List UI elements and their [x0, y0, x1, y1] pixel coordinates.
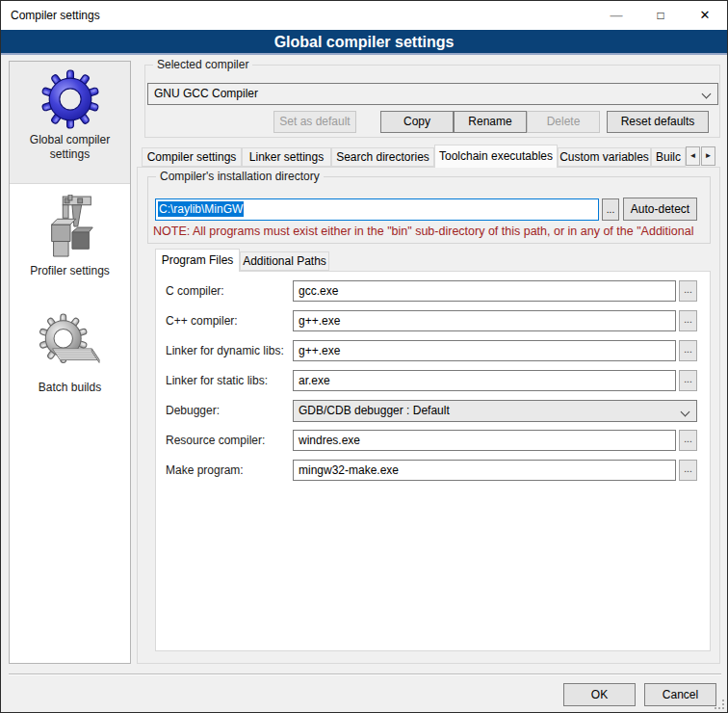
ellipsis-icon: ...	[684, 463, 691, 474]
cancel-label: Cancel	[663, 688, 698, 701]
tab-linker-settings[interactable]: Linker settings	[242, 147, 331, 167]
sidebar-item-label: Profiler settings	[10, 262, 130, 284]
c-compiler-value: gcc.exe	[299, 284, 338, 298]
minimize-button[interactable]: —	[594, 1, 638, 30]
maximize-button[interactable]: □	[638, 1, 683, 30]
subtab-label: Program Files	[162, 253, 234, 267]
debugger-select[interactable]: GDB/CDB debugger : Default	[293, 400, 697, 422]
gray-gear-stack-icon	[39, 313, 101, 377]
sidebar-item-label: Global compiler settings	[10, 131, 130, 168]
ellipsis-icon: ...	[684, 374, 691, 384]
arrow-left-icon: ◄	[689, 151, 697, 160]
chevron-down-icon	[681, 408, 690, 417]
cancel-button[interactable]: Cancel	[644, 683, 716, 706]
sidebar-item-label: Batch builds	[10, 379, 130, 401]
linker-static-label: Linker for static libs:	[166, 370, 268, 391]
close-button[interactable]: ✕	[683, 1, 727, 30]
sidebar-item-batch-builds[interactable]: Batch builds	[10, 305, 130, 402]
cpp-compiler-value: g++.exe	[299, 314, 340, 328]
page-title: Global compiler settings	[274, 34, 455, 50]
set-as-default-button[interactable]: Set as default	[273, 111, 356, 133]
reset-defaults-button[interactable]: Reset defaults	[607, 111, 709, 133]
arrow-right-icon: ►	[705, 151, 713, 160]
auto-detect-label: Auto-detect	[631, 202, 689, 216]
debugger-value: GDB/CDB debugger : Default	[299, 404, 450, 417]
close-icon: ✕	[700, 8, 711, 22]
tab-toolchain-executables[interactable]: Toolchain executables	[434, 145, 558, 168]
minimize-icon: —	[611, 8, 623, 22]
selected-compiler-group-label: Selected compiler	[153, 58, 252, 71]
linker-static-input[interactable]: ar.exe	[293, 370, 676, 391]
tab-label: Builc	[656, 150, 681, 164]
dialog-header: Global compiler settings	[1, 30, 727, 55]
tab-label: Search directories	[336, 150, 429, 164]
tab-label: Toolchain executables	[439, 149, 553, 163]
sidebar-item-profiler-settings[interactable]: Profiler settings	[10, 187, 130, 288]
resize-grip[interactable]	[715, 700, 724, 709]
c-compiler-label: C compiler:	[166, 280, 224, 302]
subtab-additional-paths[interactable]: Additional Paths	[240, 251, 329, 271]
linker-dynamic-input[interactable]: g++.exe	[293, 340, 676, 361]
blue-gear-icon	[40, 69, 100, 129]
tab-scroll-right-button[interactable]: ►	[701, 146, 715, 166]
resource-compiler-value: windres.exe	[299, 434, 360, 447]
bin-subdirectory-note: NOTE: All programs must exist either in …	[153, 224, 710, 238]
linker-static-value: ar.exe	[299, 374, 330, 387]
cpp-compiler-input[interactable]: g++.exe	[293, 310, 676, 331]
sidebar-item-global-compiler-settings[interactable]: Global compiler settings	[10, 62, 130, 184]
linker-dynamic-label: Linker for dynamic libs:	[166, 340, 284, 361]
copy-button[interactable]: Copy	[380, 111, 454, 133]
ellipsis-icon: ...	[684, 344, 691, 355]
ellipsis-icon: ...	[684, 434, 691, 444]
ok-label: OK	[591, 688, 608, 701]
tab-compiler-settings[interactable]: Compiler settings	[142, 147, 242, 167]
ok-button[interactable]: OK	[563, 683, 636, 706]
compiler-settings-dialog: Compiler settings — □ ✕ Global compiler …	[0, 0, 728, 713]
copy-label: Copy	[403, 115, 430, 128]
ellipsis-icon: ...	[684, 314, 691, 325]
delete-button[interactable]: Delete	[527, 111, 600, 133]
resource-compiler-browse-button[interactable]: ...	[679, 430, 697, 451]
installation-directory-browse-button[interactable]: ...	[602, 198, 619, 221]
ellipsis-icon: ...	[607, 204, 614, 215]
subtab-label: Additional Paths	[243, 254, 326, 268]
tab-build-options[interactable]: Builc	[651, 147, 686, 167]
delete-label: Delete	[547, 115, 581, 128]
tab-search-directories[interactable]: Search directories	[331, 147, 434, 167]
linker-dynamic-value: g++.exe	[299, 344, 340, 357]
set-as-default-label: Set as default	[279, 115, 350, 128]
c-compiler-input[interactable]: gcc.exe	[293, 280, 676, 302]
linker-static-browse-button[interactable]: ...	[679, 370, 697, 391]
program-files-page: C compiler: gcc.exe ... C++ compiler: g+…	[155, 271, 711, 651]
reset-defaults-label: Reset defaults	[621, 115, 695, 128]
settings-sidebar: Global compiler settings Profi	[9, 61, 131, 664]
installation-directory-group-label: Compiler's installation directory	[156, 170, 324, 183]
footer-separator	[9, 673, 721, 675]
installation-directory-input[interactable]: C:\raylib\MinGW	[155, 198, 599, 221]
subtab-program-files[interactable]: Program Files	[155, 249, 240, 272]
compiler-select-value: GNU GCC Compiler	[154, 87, 258, 100]
linker-dynamic-browse-button[interactable]: ...	[679, 340, 697, 361]
resource-compiler-label: Resource compiler:	[166, 430, 265, 451]
installation-directory-value: C:\raylib\MinGW	[158, 201, 244, 217]
title-bar: Compiler settings — □ ✕	[1, 1, 727, 30]
compiler-select[interactable]: GNU GCC Compiler	[147, 83, 718, 105]
tab-scroll-left-button[interactable]: ◄	[686, 146, 700, 166]
auto-detect-button[interactable]: Auto-detect	[623, 198, 697, 221]
maximize-icon: □	[657, 9, 663, 22]
make-program-input[interactable]: mingw32-make.exe	[293, 460, 676, 481]
make-program-browse-button[interactable]: ...	[679, 460, 697, 481]
make-program-value: mingw32-make.exe	[299, 463, 399, 477]
c-compiler-browse-button[interactable]: ...	[679, 280, 697, 302]
tab-label: Compiler settings	[147, 150, 237, 164]
rename-label: Rename	[468, 115, 511, 128]
cpp-compiler-label: C++ compiler:	[166, 310, 238, 331]
debugger-label: Debugger:	[166, 400, 220, 421]
resource-compiler-input[interactable]: windres.exe	[293, 430, 676, 451]
cpp-compiler-browse-button[interactable]: ...	[679, 310, 697, 331]
caliper-blocks-icon	[40, 195, 100, 260]
tab-label: Custom variables	[559, 150, 649, 164]
rename-button[interactable]: Rename	[454, 111, 527, 133]
window-title: Compiler settings	[11, 1, 100, 30]
tab-custom-variables[interactable]: Custom variables	[558, 147, 651, 167]
